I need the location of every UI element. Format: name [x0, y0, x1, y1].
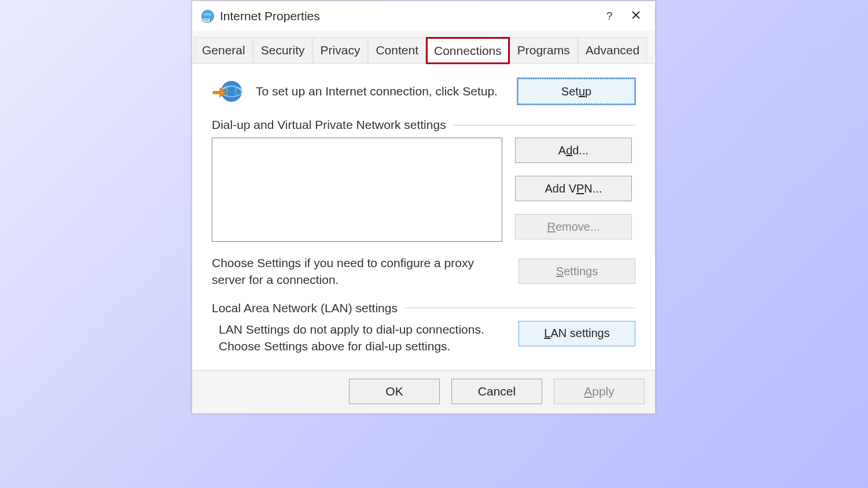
tab-privacy[interactable]: Privacy: [313, 37, 368, 63]
divider: [404, 308, 635, 308]
remove-button: Remove...: [515, 214, 632, 239]
tab-strip: General Security Privacy Content Connect…: [192, 31, 655, 64]
internet-properties-dialog: Internet Properties ? General Security P…: [192, 1, 656, 414]
lan-group-text: Local Area Network (LAN) settings: [212, 301, 398, 315]
ok-button[interactable]: OK: [349, 379, 440, 404]
tab-general[interactable]: General: [194, 37, 253, 63]
close-button[interactable]: [623, 8, 649, 25]
help-button[interactable]: ?: [596, 8, 623, 25]
tab-connections[interactable]: Connections: [426, 38, 509, 64]
internet-options-icon: [200, 9, 215, 24]
proxy-hint: Choose Settings if you need to configure…: [212, 254, 518, 289]
setup-description: To set up an Internet connection, click …: [256, 83, 517, 99]
divider: [453, 125, 635, 125]
add-button[interactable]: Add...: [515, 138, 632, 163]
tab-content-pane: To set up an Internet connection, click …: [192, 64, 655, 370]
tab-content[interactable]: Content: [368, 37, 426, 63]
globe-arrow-icon: [212, 77, 244, 105]
tab-programs[interactable]: Programs: [510, 37, 578, 63]
add-vpn-button[interactable]: Add VPN...: [515, 176, 632, 201]
dial-up-group-text: Dial-up and Virtual Private Network sett…: [212, 118, 446, 132]
close-icon: [631, 10, 641, 23]
lan-group-label: Local Area Network (LAN) settings: [212, 301, 635, 315]
titlebar: Internet Properties ?: [192, 1, 655, 31]
tab-security[interactable]: Security: [253, 37, 312, 63]
setup-button[interactable]: Setup: [517, 78, 635, 105]
lan-settings-button[interactable]: LAN settings: [518, 321, 635, 346]
tab-advanced[interactable]: Advanced: [578, 37, 647, 63]
window-title: Internet Properties: [220, 9, 596, 23]
lan-hint: LAN Settings do not apply to dial-up con…: [212, 321, 518, 355]
apply-button: Apply: [554, 379, 645, 404]
settings-button: Settings: [518, 258, 635, 284]
dialog-footer: OK Cancel Apply: [192, 370, 655, 413]
connections-listbox[interactable]: [212, 138, 502, 242]
dial-up-group-label: Dial-up and Virtual Private Network sett…: [212, 118, 635, 132]
cancel-button[interactable]: Cancel: [451, 379, 542, 404]
help-icon: ?: [606, 10, 613, 23]
